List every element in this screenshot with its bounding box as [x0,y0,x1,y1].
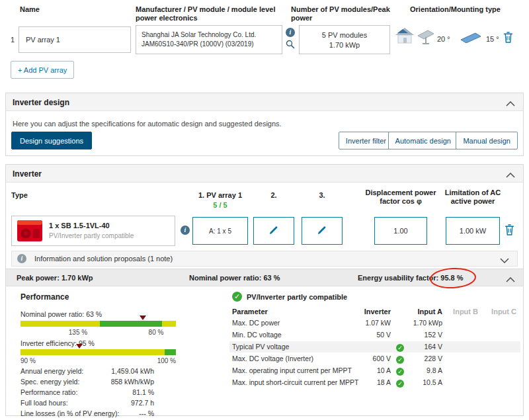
gauge-marker-icon [76,344,83,349]
cell-input-a: 9.8 A [407,366,442,374]
efficiency-gauge [20,349,176,355]
inverter-title: Inverter [13,169,42,179]
cos-phi-field[interactable]: 1.00 [374,217,427,245]
gauge1-right-label: 80 % [136,329,176,336]
check-icon: ✓ [396,379,404,388]
compat-header-input-a: Input A [407,308,442,316]
info-proposals-label: Information and solution proposals (1 no… [34,255,173,263]
pencil-icon [269,226,278,236]
gauge2-left-label: 90 % [20,357,60,364]
stat-value: 81.1 % [85,388,154,396]
add-pv-array-button[interactable]: + Add PV array [11,61,74,79]
free-tilt-value: 15 ° [486,35,499,43]
pv-module-model: JAM60S10-340/PR (1000V) (03/2019) [142,40,276,49]
cell-inverter: 600 V [325,355,391,362]
results-summary-bar[interactable]: Peak power: 1.70 kWp Nominal power ratio… [6,269,523,286]
pv-modules-count-field[interactable]: 5 PV modules 1.70 kWp [299,25,390,54]
tracker-mount-icon[interactable] [417,29,435,46]
cell-input-a: 1.70 kWp [407,319,442,327]
compatibility-title: PV/Inverter partly compatible [247,293,347,301]
pv-modules-count: 5 PV modules [300,30,389,40]
array1-module-count: 5 / 5 [171,201,270,210]
inverter-product-image [16,220,44,245]
inverter-design-header[interactable]: Inverter design [6,93,523,111]
inverter-section: Inverter Type 1. PV array 1 5 / 5 2. 3. … [5,164,524,416]
summary-energy-usability: Energy usability factor: 95.8 % [358,274,464,282]
gauge2-right-label: 100 % [136,357,176,364]
inverter-model-name: 1 x SB 1.5-1VL-40 [49,222,110,230]
nominal-ratio-label: Nominal power ratio: 63 % [20,310,102,318]
collapse-chevron-up-icon[interactable] [506,171,515,179]
pv-array-delete-icon[interactable] [503,32,513,44]
automatic-design-button[interactable]: Automatic design [388,132,458,149]
compatibility-check-icon: ✓ [232,292,242,302]
input-a-config-field[interactable]: A: 1 x 5 [192,217,248,245]
free-standing-panel-icon[interactable] [460,32,481,44]
manual-design-button[interactable]: Manual design [456,132,518,149]
cell-inverter: 50 V [325,331,391,339]
cell-inverter: 18 A [325,378,391,386]
energy-usability-value: 95.8 % [440,274,463,282]
cell-input-a: 10.5 A [407,378,442,386]
summary-nominal-ratio: Nominal power ratio: 63 % [189,274,280,282]
input-c-edit-button[interactable] [302,217,343,245]
stat-label: Full load hours: [20,399,68,407]
gauge1-left-label: 135 % [58,329,98,336]
roof-mount-icon[interactable] [395,26,415,46]
compat-header-input-c: Input C [483,308,516,316]
inverter-efficiency-label: Inverter efficiency: 95 % [20,339,95,347]
compat-header-inverter: Inverter [325,308,391,316]
inverter-filter-button[interactable]: Inverter filter [339,132,393,149]
col-header-manufacturer: Manufacturer / PV module / module level … [136,5,280,22]
collapse-chevron-up-icon[interactable] [506,100,515,108]
cell-input-a: 228 V [407,355,442,362]
pv-module-field[interactable]: Shanghai JA Solar Technology Co. Ltd. JA… [136,25,282,54]
pv-peak-power: 1.70 kWp [300,40,389,50]
collapse-chevron-up-icon[interactable] [506,276,515,284]
gauge-marker-icon [140,315,146,320]
cell-inverter: 10 A [325,366,391,374]
inverter-design-title: Inverter design [13,98,69,107]
pv-row-index: 1 [11,36,15,44]
info-proposals-bar[interactable]: i Information and solution proposals (1 … [11,251,518,267]
check-icon: ✓ [396,343,404,352]
inverter-info-icon[interactable]: i [181,226,190,235]
inverter-type-card[interactable]: 1 x SB 1.5-1VL-40 PV/Inverter partly com… [11,216,175,246]
stat-value: 1,459.04 kWh [85,367,154,375]
cell-input-a: 152 V [407,331,442,339]
col-header-orientation: Orientation/Mounting type [410,5,501,14]
nominal-ratio-gauge [20,321,176,327]
col-header-array3: 3. [302,191,342,200]
module-info-icon[interactable]: i [286,28,295,37]
performance-title: Performance [20,292,69,302]
inverter-header[interactable]: Inverter [6,165,523,183]
stat-label: Performance ratio: [20,388,77,396]
table-row: Typical PV voltage [232,343,378,351]
col-header-array2: 2. [254,191,294,200]
pv-module-manufacturer: Shanghai JA Solar Technology Co. Ltd. [142,30,276,40]
module-search-icon[interactable] [286,40,295,50]
cell-input-a: 164 V [407,343,442,351]
compat-header-parameter: Parameter [232,308,268,316]
inverter-design-description: Here you can adjust the specifications f… [13,120,282,128]
ac-limit-field[interactable]: 1.00 kW [446,217,500,245]
check-icon: ✓ [396,367,404,376]
pv-array-name-field[interactable]: PV array 1 [19,26,131,53]
col-header-cos-phi: Displacement power factor cos φ [361,189,440,206]
pv-design-page: Name Manufacturer / PV module / module l… [0,0,529,420]
summary-peak-power: Peak power: 1.70 kWp [17,274,93,282]
design-suggestions-button[interactable]: Design suggestions [11,132,92,149]
roof-tilt-value: 20 ° [437,35,450,43]
compat-header-input-b: Input B [445,308,478,316]
input-b-edit-button[interactable] [253,217,294,245]
col-header-name: Name [20,5,40,14]
inverter-design-section: Inverter design Here you can adjust the … [5,93,524,156]
inverter-compatibility-note: PV/Inverter partly compatible [49,232,134,239]
stat-value: 858 kWh/kWp [85,378,154,386]
cell-inverter: 1.07 kW [325,319,391,327]
col-header-modules: Number of PV modules/Peak power [291,5,397,22]
expand-chevron-down-icon[interactable] [500,257,509,265]
stat-label: Spec. energy yield: [20,378,79,386]
check-icon: ✓ [396,355,404,364]
inverter-delete-icon[interactable] [505,224,514,237]
